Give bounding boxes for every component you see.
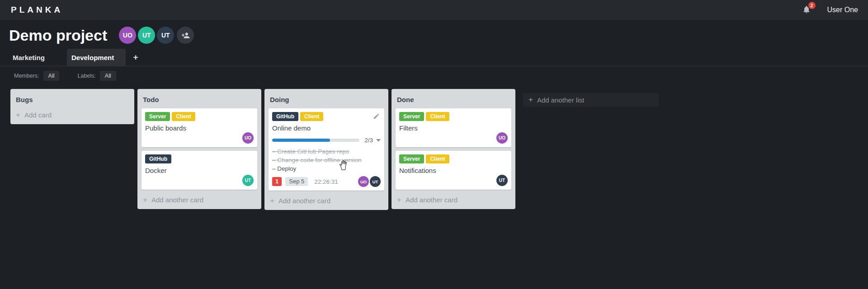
add-card-button[interactable]: + Add another card: [142, 193, 257, 206]
progress-bar: [272, 139, 359, 142]
notifications-button[interactable]: 2: [802, 5, 812, 15]
topbar-right: 2 User One: [802, 5, 858, 15]
board-tabs: Marketing Development +: [0, 49, 868, 66]
list-bugs: Bugs + Add card: [10, 89, 134, 124]
progress-count: 2/3: [364, 137, 373, 144]
list-doing: Doing GitHub Client Online demo 2/3 – Cr…: [264, 89, 388, 210]
app-logo[interactable]: PLANKA: [11, 5, 63, 15]
user-menu-button[interactable]: User One: [827, 6, 858, 14]
card-meta: 1 Sep 5 22:26:31 UO UT: [272, 176, 381, 187]
board: Bugs + Add card Todo Server Client Publi…: [0, 84, 868, 210]
labels-filter-label: Labels:: [77, 73, 95, 79]
card-label: Client: [426, 154, 449, 163]
list-title[interactable]: Bugs: [14, 92, 130, 108]
avatar: UO: [242, 132, 254, 144]
plus-icon: +: [528, 96, 533, 103]
card-label: Client: [426, 112, 449, 121]
add-card-label: Add card: [24, 111, 52, 119]
list-todo: Todo Server Client Public boards UO GitH…: [137, 89, 261, 209]
labels-row: GitHub Client: [272, 112, 381, 121]
card-public-boards[interactable]: Server Client Public boards UO: [142, 108, 257, 147]
add-member-button[interactable]: [177, 27, 194, 44]
labels-row: Server Client: [399, 154, 508, 163]
list-title[interactable]: Doing: [269, 92, 384, 108]
add-board-button[interactable]: +: [126, 49, 146, 66]
card-docker[interactable]: GitHub Docker UT: [142, 151, 257, 190]
tab-marketing[interactable]: Marketing: [8, 49, 67, 66]
members-filter-value[interactable]: All: [43, 71, 60, 81]
members-filter-label: Members:: [14, 73, 39, 79]
card-label: GitHub: [145, 154, 171, 163]
project-header: Demo project UO UT UT: [0, 20, 868, 46]
list-done: Done Server Client Filters UO Server Cli…: [392, 89, 515, 209]
task-item: – Change code for offline version: [272, 156, 381, 164]
notification-badge: 2: [808, 2, 816, 9]
labels-filter-value[interactable]: All: [100, 71, 116, 81]
card-members: UT: [145, 175, 254, 186]
card-title: Public boards: [145, 124, 254, 132]
task-item: – Create GitHub Pages repo: [272, 147, 381, 156]
card-title: Filters: [399, 124, 508, 132]
avatar: UO: [358, 176, 369, 187]
card-title: Online demo: [272, 124, 381, 132]
avatar[interactable]: UT: [157, 27, 174, 44]
card-members: UT: [399, 175, 508, 186]
filter-bar: Members: All Labels: All: [0, 66, 868, 84]
card-filters[interactable]: Server Client Filters UO: [396, 108, 511, 147]
plus-icon: +: [397, 196, 401, 204]
plus-icon: +: [143, 196, 147, 204]
card-label: Client: [300, 112, 323, 121]
chevron-down-icon[interactable]: [376, 139, 381, 142]
labels-row: Server Client: [145, 112, 254, 121]
card-label: Server: [399, 154, 424, 163]
add-list-button[interactable]: + Add another list: [523, 93, 659, 107]
labels-row: Server Client: [399, 112, 508, 121]
tab-development[interactable]: Development: [67, 49, 126, 66]
card-notifications[interactable]: Server Client Notifications UT: [396, 151, 511, 190]
card-online-demo[interactable]: GitHub Client Online demo 2/3 – Create G…: [269, 108, 384, 191]
edit-pencil-icon[interactable]: [373, 113, 380, 120]
due-date-badge: Sep 5: [285, 177, 308, 186]
task-item: – Deploy: [272, 164, 381, 173]
tasks-progress: 2/3: [272, 137, 381, 144]
plus-icon: +: [270, 197, 274, 205]
avatar[interactable]: UT: [138, 27, 155, 44]
timer-badge: 22:26:31: [314, 178, 338, 185]
avatar: UO: [496, 132, 508, 144]
avatar[interactable]: UO: [119, 27, 136, 44]
card-title: Notifications: [399, 167, 508, 174]
top-bar: PLANKA 2 User One: [0, 0, 868, 20]
add-card-button[interactable]: + Add card: [14, 108, 130, 121]
plus-icon: +: [16, 112, 20, 119]
project-members: UO UT UT: [117, 27, 194, 44]
card-label: Client: [172, 112, 195, 121]
add-card-label: Add another card: [151, 196, 203, 204]
task-list: – Create GitHub Pages repo – Change code…: [272, 147, 381, 173]
avatar: UT: [242, 175, 254, 186]
card-label: Server: [145, 112, 170, 121]
add-card-label: Add another card: [278, 197, 330, 205]
list-title[interactable]: Todo: [142, 92, 257, 108]
avatar: UT: [370, 176, 381, 187]
list-title[interactable]: Done: [396, 92, 511, 108]
add-user-icon: [181, 31, 190, 40]
labels-row: GitHub: [145, 154, 254, 163]
add-card-button[interactable]: + Add another card: [269, 194, 384, 207]
add-card-label: Add another card: [406, 196, 458, 204]
card-notification-badge: 1: [272, 177, 282, 186]
add-card-button[interactable]: + Add another card: [396, 193, 511, 206]
avatar: UT: [496, 175, 508, 186]
card-title: Docker: [145, 167, 254, 174]
card-label: GitHub: [272, 112, 298, 121]
page-title[interactable]: Demo project: [9, 24, 107, 46]
card-members: UO: [399, 132, 508, 144]
card-label: Server: [399, 112, 424, 121]
add-list-label: Add another list: [537, 96, 584, 104]
progress-fill: [272, 139, 330, 142]
card-members: UO: [145, 132, 254, 144]
